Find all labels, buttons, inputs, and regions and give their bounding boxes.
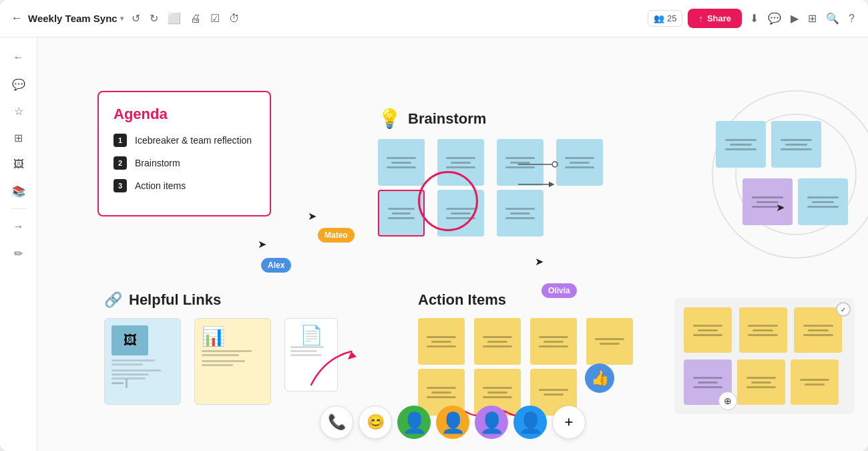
- download-icon[interactable]: ⬇: [747, 9, 761, 27]
- action-sticky-y2[interactable]: [474, 318, 521, 365]
- link-card-2[interactable]: 📊: [194, 318, 271, 405]
- agenda-num-1: 1: [114, 134, 127, 147]
- brainstorm-title: Brainstorm: [408, 110, 486, 128]
- topbar: ← Weekly Team Sync ▾ ↺ ↻ ⬜ 🖨 ☑ ⏱ 👥 25 ↑ …: [0, 0, 868, 37]
- sidebar-grid-icon[interactable]: ⊞: [7, 126, 31, 150]
- check-badge: ✓: [836, 302, 851, 317]
- comment-icon[interactable]: 💬: [765, 9, 784, 27]
- action-sticky-y1[interactable]: [418, 318, 465, 365]
- back-icon[interactable]: ←: [11, 11, 23, 25]
- sidebar-star-icon[interactable]: ☆: [7, 99, 31, 123]
- topbar-right: 👥 25 ↑ Share ⬇ 💬 ▶ ⊞ 🔍 ?: [648, 9, 857, 28]
- right-panel-row2: ⊕: [684, 359, 845, 405]
- frame-icon[interactable]: ⬜: [165, 9, 184, 27]
- share-label: Share: [707, 13, 731, 23]
- connector-svg: [518, 144, 572, 198]
- brainstorm-sticky-grid: [378, 139, 612, 237]
- action-items-header: Action Items: [418, 291, 638, 309]
- corner-row-1: [716, 121, 848, 168]
- share-icon: ↑: [698, 13, 703, 23]
- sidebar: ← 💬 ☆ ⊞ 🖼 📚 → ✏: [0, 37, 37, 451]
- cursor-grace-arrow: ➤: [776, 201, 785, 214]
- rp-sticky-purple[interactable]: ⊕: [684, 359, 732, 405]
- corner-sticky-purple[interactable]: [742, 178, 793, 225]
- avatar-blue[interactable]: 👤: [513, 406, 547, 439]
- action-sticky-y4[interactable]: [586, 318, 633, 365]
- brainstorm-section: 💡 Brainstorm: [378, 108, 612, 237]
- link-card-1[interactable]: 🖼: [104, 318, 181, 405]
- topbar-left: ← Weekly Team Sync ▾ ↺ ↻ ⬜ 🖨 ☑ ⏱: [11, 9, 640, 27]
- rp-sticky-y3[interactable]: [794, 307, 842, 353]
- share-button[interactable]: ↑ Share: [688, 9, 742, 28]
- action-sticky-y3[interactable]: [530, 318, 577, 365]
- add-participant-button[interactable]: +: [552, 406, 586, 439]
- cursor-label-mateo: Mateo: [318, 228, 355, 243]
- action-items-section: Action Items: [418, 291, 638, 416]
- link-card-1-arrows: [112, 382, 174, 388]
- link-card-2-body: 📊: [195, 319, 270, 404]
- link-card-1-body: 🖼: [105, 319, 180, 404]
- grid-view-icon[interactable]: ⊞: [805, 9, 819, 27]
- link-icon: 🔗: [104, 291, 122, 309]
- brainstorm-header: 💡 Brainstorm: [378, 108, 612, 130]
- sidebar-back-icon[interactable]: ←: [7, 45, 31, 69]
- checklist-icon[interactable]: ☑: [208, 9, 222, 27]
- sidebar-divider: [11, 208, 27, 209]
- emoji-button[interactable]: 😊: [359, 406, 392, 439]
- helpful-links-title: Helpful Links: [129, 291, 221, 309]
- print-icon[interactable]: 🖨: [188, 10, 204, 27]
- corner-sticky-grid: [702, 88, 848, 225]
- undo-icon[interactable]: ↺: [129, 9, 143, 27]
- circle-highlight: [418, 171, 478, 231]
- agenda-item-3-text: Action items: [135, 180, 186, 191]
- topbar-tools: ↺ ↻ ⬜ 🖨 ☑ ⏱: [129, 9, 242, 27]
- present-icon[interactable]: ▶: [788, 9, 801, 27]
- timer-icon[interactable]: ⏱: [226, 10, 242, 27]
- agenda-card: Agenda 1 Icebreaker & team reflection 2 …: [97, 91, 271, 216]
- link-card-2-chart-icon: 📊: [202, 325, 264, 347]
- agenda-num-3: 3: [114, 179, 127, 192]
- sidebar-image-icon[interactable]: 🖼: [7, 152, 31, 176]
- corner-sticky-1[interactable]: [716, 121, 766, 168]
- corner-stickies-area: ➤ ⭐ Grace: [702, 88, 848, 225]
- user-count: 👥 25: [648, 10, 682, 27]
- help-icon[interactable]: ?: [846, 10, 857, 27]
- sidebar-comment-icon[interactable]: 💬: [7, 72, 31, 96]
- corner-sticky-3[interactable]: [798, 178, 848, 225]
- title-text: Weekly Team Sync: [28, 13, 118, 24]
- sidebar-library-icon[interactable]: 📚: [7, 179, 31, 203]
- agenda-title: Agenda: [114, 106, 255, 123]
- canvas[interactable]: Agenda 1 Icebreaker & team reflection 2 …: [37, 37, 868, 451]
- main-area: ← 💬 ☆ ⊞ 🖼 📚 → ✏ Agenda 1 Icebreaker & te…: [0, 37, 868, 451]
- agenda-item-3: 3 Action items: [114, 179, 255, 192]
- avatar-orange[interactable]: 👤: [436, 406, 469, 439]
- redo-icon[interactable]: ↻: [147, 9, 161, 27]
- zoom-icon[interactable]: 🔍: [823, 9, 842, 27]
- avatar-green[interactable]: 👤: [397, 406, 431, 439]
- rp-sticky-y2[interactable]: [739, 307, 787, 353]
- app-title: Weekly Team Sync ▾: [28, 13, 124, 24]
- user-count-number: 25: [667, 13, 676, 23]
- topbar-action-icons: ⬇ 💬 ▶ ⊞ 🔍 ?: [747, 9, 857, 27]
- lightbulb-icon: 💡: [378, 108, 401, 130]
- sidebar-pen-icon[interactable]: ✏: [7, 241, 31, 265]
- right-panel-grid: ✓: [684, 307, 845, 353]
- thumbs-up-reaction[interactable]: 👍: [585, 363, 614, 393]
- rp-sticky-y1[interactable]: [684, 307, 732, 353]
- link-card-1-image: 🖼: [112, 325, 148, 355]
- sidebar-export-icon[interactable]: →: [7, 214, 31, 239]
- rp-sticky-y5[interactable]: [791, 359, 839, 405]
- agenda-item-2-text: Brainstorm: [135, 158, 180, 168]
- phone-button[interactable]: 📞: [320, 406, 353, 439]
- rp-sticky-y4[interactable]: [737, 359, 785, 405]
- rp-purple-wrapper: ⊕: [684, 359, 732, 405]
- sticky-note-b1[interactable]: [378, 139, 425, 186]
- corner-sticky-2[interactable]: [771, 121, 821, 168]
- title-dropdown-arrow[interactable]: ▾: [120, 15, 124, 22]
- zoom-badge[interactable]: ⊕: [718, 392, 737, 410]
- agenda-num-2: 2: [114, 156, 127, 170]
- cursor-alex-arrow: ➤: [258, 238, 266, 251]
- avatar-purple[interactable]: 👤: [475, 406, 508, 439]
- agenda-item-1-text: Icebreaker & team reflection: [135, 135, 252, 146]
- arrow-curve-svg: [304, 345, 371, 398]
